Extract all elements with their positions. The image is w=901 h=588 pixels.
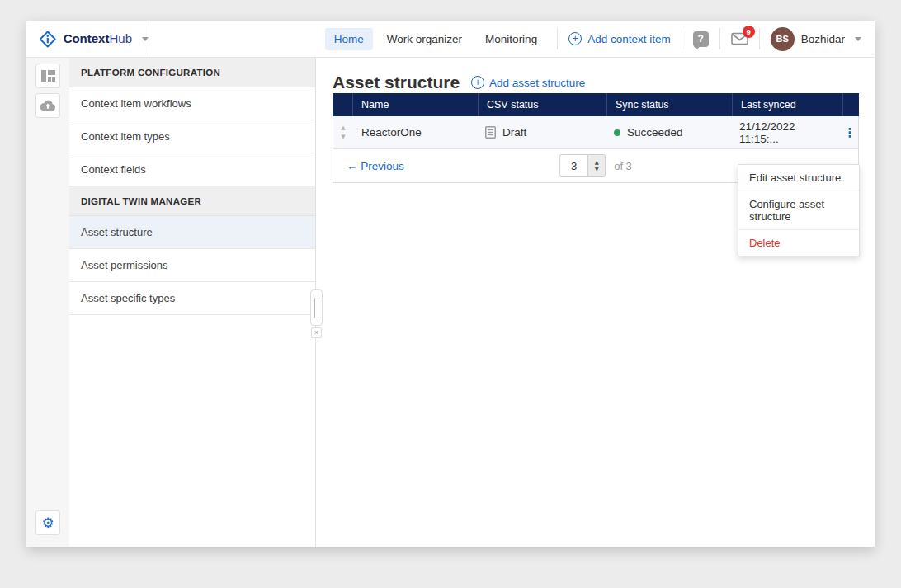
cell-sync-status: Succeeded (606, 116, 731, 148)
table-row[interactable]: ▲ ▼ ReactorOne Draft (333, 116, 858, 149)
add-context-item-label: Add context item (587, 33, 671, 45)
cell-name: ReactorOne (353, 116, 477, 148)
table-header-row: Name CSV status Sync status Last synced (333, 93, 859, 116)
table-header-reorder (333, 93, 352, 116)
app-window: ContextHub Home Work organizer Monitorin… (26, 21, 875, 547)
notifications-button[interactable]: 9 (731, 32, 748, 45)
sidebar-item-context-item-types[interactable]: Context item types (69, 120, 315, 153)
sidebar-section-digital-twin-manager: DIGITAL TWIN MANAGER (69, 186, 315, 216)
menu-item-edit-asset-structure[interactable]: Edit asset structure (738, 165, 859, 191)
app-body: ⚙ PLATFORM CONFIGURATION Context item wo… (26, 58, 875, 547)
add-asset-structure-label: Add asset structure (489, 77, 585, 89)
table-header-name: Name (352, 93, 478, 116)
settings-button[interactable]: ⚙ (35, 510, 60, 535)
sidebar-section-platform-configuration: PLATFORM CONFIGURATION (69, 58, 315, 87)
previous-page-link[interactable]: ← Previous (347, 160, 404, 172)
sidebar-resize-handle[interactable] (310, 289, 323, 326)
dashboard-button[interactable] (35, 64, 60, 88)
table-header-last-synced: Last synced (732, 93, 842, 116)
user-menu[interactable]: BS Bozhidar (771, 27, 875, 51)
dashboard-icon (41, 69, 55, 82)
drag-handle-icon (314, 298, 318, 318)
brand-name: ContextHub (64, 31, 132, 46)
page-title: Asset structure (333, 73, 460, 92)
sidebar: PLATFORM CONFIGURATION Context item work… (69, 58, 316, 547)
csv-status-text: Draft (502, 126, 526, 139)
cloud-upload-button[interactable] (35, 93, 60, 118)
add-asset-structure-button[interactable]: + Add asset structure (471, 76, 585, 89)
spinner-down-icon[interactable]: ▼ (595, 167, 599, 172)
cell-csv-status: Draft (477, 116, 606, 148)
kebab-menu-icon[interactable]: ⋮ (844, 125, 856, 140)
notification-count-badge: 9 (743, 26, 755, 38)
divider (759, 28, 760, 49)
question-icon: ? (698, 33, 704, 45)
cell-last-synced: 21/12/2022 11:15:... (731, 116, 842, 148)
sidebar-resize-widget: × (310, 289, 323, 338)
brand-name-light: Hub (109, 31, 132, 45)
avatar: BS (771, 27, 795, 51)
tab-monitoring[interactable]: Monitoring (476, 28, 546, 50)
document-icon (485, 126, 496, 139)
page-stepper: ▲ ▼ of 3 (559, 154, 632, 177)
help-button[interactable]: ? (693, 31, 709, 47)
resize-close-button[interactable]: × (311, 327, 322, 338)
menu-item-configure-asset-structure[interactable]: Configure asset structure (738, 191, 859, 230)
user-name: Bozhidar (801, 33, 845, 45)
plus-circle-icon: + (471, 76, 484, 89)
brand-logo-icon (39, 30, 57, 49)
last-synced-text: 21/12/2022 11:15:... (739, 120, 833, 145)
close-icon: × (314, 329, 318, 336)
success-dot-icon (614, 129, 620, 136)
page-number-input[interactable] (559, 154, 587, 177)
gear-icon: ⚙ (41, 516, 54, 530)
divider (557, 28, 558, 49)
brand-name-bold: Context (64, 31, 110, 45)
cloud-upload-icon (40, 100, 56, 111)
row-context-menu: Edit asset structure Configure asset str… (738, 164, 860, 256)
move-up-icon[interactable]: ▲ (341, 125, 345, 131)
icon-rail: ⚙ (26, 58, 69, 547)
top-bar: ContextHub Home Work organizer Monitorin… (26, 21, 875, 58)
chevron-down-icon (142, 37, 149, 41)
row-reorder-cell: ▲ ▼ (333, 116, 353, 148)
main-content: Asset structure + Add asset structure Na… (316, 58, 875, 547)
sidebar-item-context-fields[interactable]: Context fields (69, 153, 315, 186)
cell-actions: ⋮ (842, 116, 858, 148)
primary-nav: Home Work organizer Monitoring (325, 28, 546, 50)
sidebar-item-context-item-workflows[interactable]: Context item workflows (69, 87, 315, 120)
move-down-icon[interactable]: ▼ (341, 134, 345, 140)
page-count-label: of 3 (614, 160, 632, 172)
page-header: Asset structure + Add asset structure (333, 58, 859, 92)
tab-home[interactable]: Home (325, 28, 373, 50)
sidebar-item-asset-structure[interactable]: Asset structure (69, 216, 315, 249)
table-header-csv-status: CSV status (478, 93, 606, 116)
spinner-up-icon[interactable]: ▲ (595, 160, 599, 166)
menu-item-delete[interactable]: Delete (738, 230, 859, 256)
asset-name: ReactorOne (361, 126, 422, 139)
brand-menu[interactable]: ContextHub (26, 21, 149, 57)
plus-circle-icon: + (568, 32, 582, 45)
divider (719, 28, 720, 49)
add-context-item-button[interactable]: + Add context item (568, 32, 671, 45)
page-spinner: ▲ ▼ (587, 154, 606, 177)
sidebar-item-asset-specific-types[interactable]: Asset specific types (69, 282, 315, 315)
table-header-actions (842, 93, 859, 116)
tab-work-organizer[interactable]: Work organizer (378, 28, 471, 50)
chevron-down-icon (855, 37, 861, 41)
divider (682, 28, 682, 49)
sidebar-item-asset-permissions[interactable]: Asset permissions (69, 249, 315, 282)
table-header-sync-status: Sync status (606, 93, 732, 116)
sync-status-text: Succeeded (627, 126, 683, 139)
